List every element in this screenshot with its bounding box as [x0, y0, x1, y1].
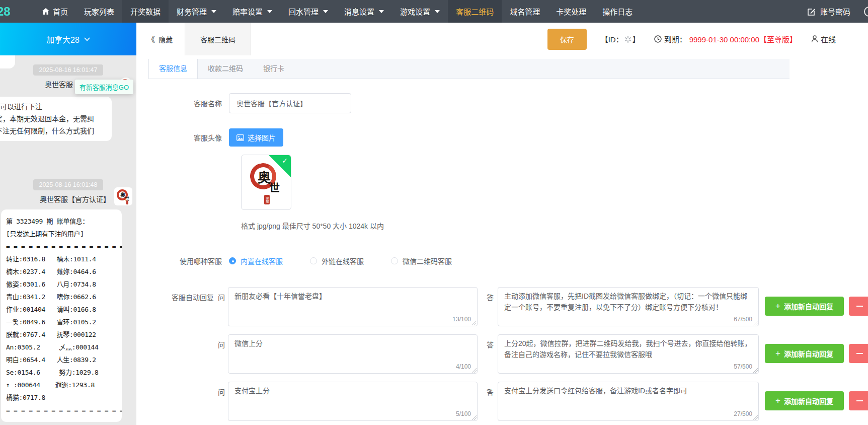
question-textarea[interactable]: 新朋友必看【十年信誉老盘】 13/100 [228, 287, 478, 326]
content-tabs: 客服信息 收款二维码 银行卡 [148, 59, 790, 79]
nav-item-domains[interactable]: 域名管理 [502, 0, 548, 23]
minus-icon [856, 353, 863, 354]
chat-sender-name: 奥世客服【官方认证】 [40, 194, 110, 204]
open-page-tab[interactable]: 客服二维码 [185, 23, 251, 55]
question-textarea[interactable]: 支付宝上分 5/100 [228, 382, 478, 421]
char-counter: 4/100 [453, 361, 471, 372]
id-label: 【ID： 】 [601, 34, 640, 44]
delete-auto-reply-button[interactable] [849, 297, 868, 316]
nav-item-label: 首页 [53, 6, 68, 17]
delete-auto-reply-button[interactable] [849, 391, 868, 410]
expiry-value: 9999-01-30 00:00:00【至尊版】 [689, 34, 797, 44]
tab-bank-card[interactable]: 银行卡 [253, 59, 294, 79]
loading-spinner-icon [624, 36, 632, 43]
tab-service-info[interactable]: 客服信息 [148, 59, 198, 79]
nav-item-players[interactable]: 玩家列表 [76, 0, 122, 23]
avatar-preview-wrap: 奥 世 客服 ✓ [241, 155, 868, 210]
chevron-down-icon [435, 10, 440, 13]
choose-image-button[interactable]: 选择图片 [229, 128, 283, 147]
account-password-label: 账号密码 [820, 6, 850, 17]
person-icon [811, 35, 818, 43]
auto-reply-label: 客服自动回复 [148, 287, 214, 302]
nav-item-message-settings[interactable]: 消息设置 [336, 0, 392, 23]
answer-textarea[interactable]: 支付宝上分发送口令红包给客服，备注游戏ID或者名字即可 27/500 [498, 382, 759, 421]
chat-timestamp: 2025-08-16 16:01:48 [33, 179, 103, 190]
chat-bubble-partial [0, 55, 15, 68]
avatar: 奥世 [114, 187, 132, 205]
plus-icon: + [775, 301, 780, 311]
expiry-prefix: 到期： [664, 34, 687, 44]
main-panel: 客服信息 收款二维码 银行卡 客服名称 奥世客服【官方认证】 客服头像 选择图片… [136, 55, 868, 425]
nav-item-finance[interactable]: 财务管理 [169, 0, 224, 23]
check-icon: ✓ [282, 157, 288, 165]
answer-mark-label: 答 [487, 287, 494, 302]
service-type-row: 使用哪种客服 内置在线客服 外链在线客服 微信二维码客服 [148, 256, 868, 266]
question-textarea[interactable]: 微信上分 4/100 [228, 334, 478, 374]
service-name-input[interactable]: 奥世客服【官方认证】 [229, 93, 351, 113]
char-counter: 57/500 [731, 361, 752, 372]
service-name-row: 客服名称 奥世客服【官方认证】 [148, 93, 868, 113]
add-auto-reply-button[interactable]: + 添加新自动回复 [765, 391, 844, 410]
question-mark-label: 问 [218, 287, 225, 302]
radio-external-online-service[interactable]: 外链在线客服 [310, 256, 364, 266]
home-icon [42, 8, 49, 15]
answer-mark-label: 答 [487, 334, 494, 349]
tab-payment-qrcode[interactable]: 收款二维码 [198, 59, 253, 79]
save-button[interactable]: 保存 [547, 29, 587, 50]
auto-reply-section: 客服自动回复 问 新朋友必看【十年信誉老盘】 13/100 答 主动添加微信客服… [148, 287, 868, 425]
service-name-label: 客服名称 [148, 98, 229, 108]
image-format-hint: 格式 jpg/png 最佳尺寸 50*50 大小 1024k 以内 [241, 221, 868, 231]
minus-icon [856, 400, 863, 401]
char-counter: 13/100 [450, 314, 471, 325]
new-message-notification[interactable]: 有新客服消息GO [75, 80, 133, 94]
question-mark-label: 问 [218, 334, 225, 349]
nav-item-rebate[interactable]: 回水管理 [280, 0, 336, 23]
radio-wechat-qrcode-service[interactable]: 微信二维码客服 [391, 256, 452, 266]
edit-icon [808, 8, 816, 16]
char-counter: 27/500 [731, 408, 752, 419]
radio-icon [229, 257, 236, 264]
chat-sidebar: 2025-08-16 16:01:47 奥世客服【官方认证】 奥 有新客服消息G… [0, 55, 136, 425]
nav-item-odds[interactable]: 赔率设置 [224, 0, 280, 23]
content-area: 2025-08-16 16:01:47 奥世客服【官方认证】 奥 有新客服消息G… [0, 55, 868, 425]
answer-textarea[interactable]: 上分20起，微信拉群，把进群二维码发给我，我扫个号进去，你直接给他转账，备注自己… [498, 334, 759, 374]
hide-sidebar-button[interactable]: 《 隐藏 [147, 34, 173, 44]
double-angle-left-icon: 《 [147, 34, 155, 44]
nav-item-home[interactable]: 首页 [34, 0, 76, 23]
chat-message-bubble: 可以进行下注 奖，本期无效退回本金，无需纠 下注无任何限制，什么方式我们 [0, 97, 112, 141]
service-avatar-label: 客服头像 [148, 132, 229, 143]
online-status: 在线 [811, 34, 836, 44]
chat-timestamp: 2025-08-16 16:01:47 [33, 64, 103, 76]
delete-auto-reply-button[interactable] [849, 344, 868, 363]
chat-message-bubble: 第 3323499 期 账单信息： [只发送上期有下注的用户] = = = = … [1, 209, 122, 422]
auto-reply-row: 问 微信上分 4/100 答 上分20起，微信拉群，把进群二维码发给我，我扫个号… [148, 334, 868, 374]
answer-mark-label: 答 [487, 382, 494, 397]
add-auto-reply-button[interactable]: + 添加新自动回复 [765, 297, 844, 316]
game-selector[interactable]: 加拿大28 [0, 23, 136, 55]
chat-sender-row: 奥世客服【官方认证】 奥世 [0, 192, 132, 205]
chevron-down-icon [267, 10, 272, 13]
plus-icon: + [775, 348, 780, 359]
chevron-down-icon [323, 10, 328, 13]
nav-item-prize-handling[interactable]: 卡奖处理 [548, 0, 594, 23]
clock-icon [654, 35, 662, 43]
site-logo: 28 [0, 5, 14, 19]
radio-icon [310, 257, 317, 264]
question-mark-label: 问 [218, 382, 225, 397]
nav-item-draw-data[interactable]: 开奖数据 [122, 0, 169, 23]
toolbar-right: 保存 【ID： 】 到期： 9999-01-30 00:00:00【至尊版】 在… [547, 29, 836, 50]
logout-icon[interactable] [864, 7, 868, 17]
add-auto-reply-button[interactable]: + 添加新自动回复 [765, 344, 844, 363]
chevron-down-icon [84, 37, 90, 41]
avatar-preview[interactable]: 奥 世 客服 ✓ [241, 155, 291, 210]
char-counter: 67/500 [731, 314, 752, 325]
radio-builtin-online-service[interactable]: 内置在线客服 [229, 256, 283, 266]
game-selector-label: 加拿大28 [46, 33, 80, 45]
nav-item-operation-log[interactable]: 操作日志 [594, 0, 641, 23]
nav-item-service-qrcode[interactable]: 客服二维码 [448, 0, 502, 23]
nav-item-game-settings[interactable]: 游戏设置 [392, 0, 448, 23]
chevron-down-icon [211, 10, 216, 13]
account-password-button[interactable]: 账号密码 [808, 6, 868, 17]
minus-icon [856, 306, 863, 307]
answer-textarea[interactable]: 主动添加微信客服，先把ID截图发给微信客服做绑定，（切记：一个微信只能绑定一个账… [498, 287, 759, 326]
